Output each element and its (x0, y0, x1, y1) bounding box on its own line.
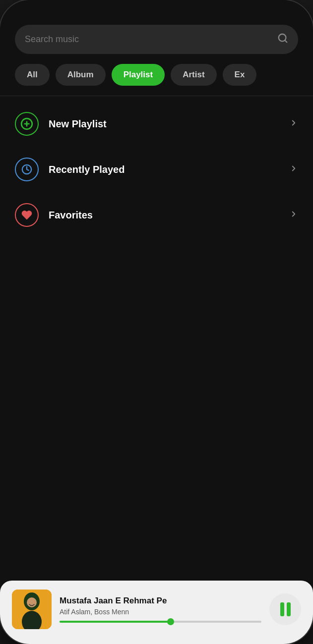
pause-bar-right (287, 602, 291, 616)
new-playlist-item[interactable]: New Playlist (0, 101, 313, 147)
pause-bar-left (280, 602, 284, 616)
search-icon (277, 33, 288, 46)
tab-ex[interactable]: Ex (223, 64, 257, 86)
tab-album[interactable]: Album (56, 64, 106, 86)
search-input[interactable] (25, 34, 271, 45)
pause-button[interactable] (269, 593, 301, 625)
phone-content: All Album Playlist Artist Ex New Playlis… (0, 0, 313, 644)
new-playlist-icon (15, 112, 39, 136)
new-playlist-label: New Playlist (49, 118, 279, 130)
tab-all[interactable]: All (15, 64, 50, 86)
progress-thumb (167, 618, 174, 625)
progress-fill (60, 621, 171, 623)
recently-played-icon (15, 158, 39, 181)
song-title: Mustafa Jaan E Rehmat Pe (60, 596, 261, 606)
recently-played-chevron (289, 164, 298, 175)
filter-tabs: All Album Playlist Artist Ex (0, 64, 313, 96)
song-info: Mustafa Jaan E Rehmat Pe Atif Aslam, Bos… (60, 596, 261, 623)
recently-played-label: Recently Played (49, 164, 279, 175)
new-playlist-chevron (289, 118, 298, 130)
now-playing-bar[interactable]: Mustafa Jaan E Rehmat Pe Atif Aslam, Bos… (0, 581, 313, 644)
album-art (12, 590, 52, 629)
recently-played-item[interactable]: Recently Played (0, 147, 313, 192)
favorites-icon (15, 203, 39, 227)
tab-artist[interactable]: Artist (171, 64, 216, 86)
progress-bar[interactable] (60, 621, 261, 623)
svg-line-1 (285, 40, 287, 42)
song-artist: Atif Aslam, Boss Menn (60, 608, 261, 616)
playlist-list: New Playlist Recently Played (0, 96, 313, 581)
favorites-chevron (289, 210, 298, 221)
tab-playlist[interactable]: Playlist (112, 64, 165, 86)
favorites-item[interactable]: Favorites (0, 192, 313, 238)
favorites-label: Favorites (49, 210, 279, 221)
phone-frame: All Album Playlist Artist Ex New Playlis… (0, 0, 313, 644)
search-bar[interactable] (15, 25, 298, 54)
search-container (0, 0, 313, 64)
